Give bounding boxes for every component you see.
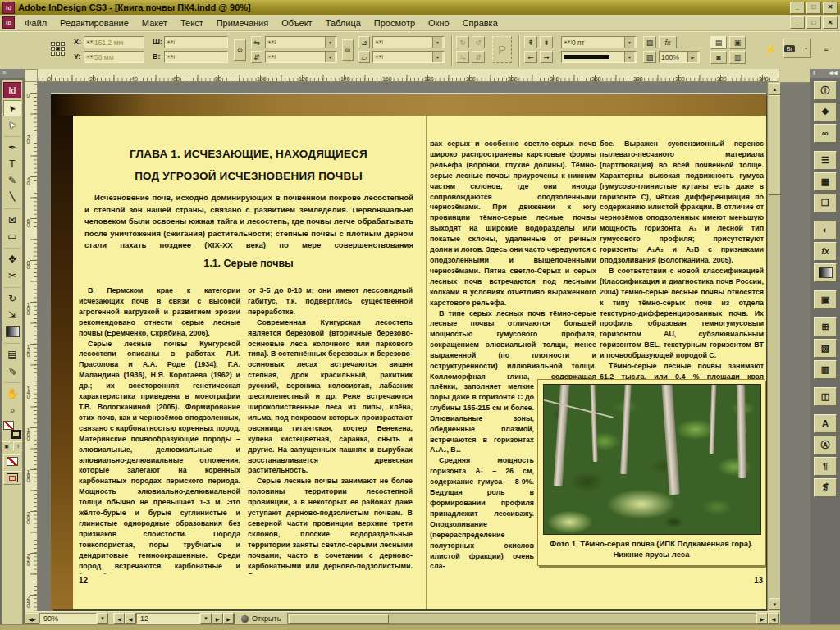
- text-wrap-panel-button[interactable]: ▣: [814, 290, 837, 309]
- direct-selection-tool[interactable]: ➤: [3, 116, 21, 133]
- effects-panel-button[interactable]: fx: [814, 242, 837, 261]
- eyedropper-tool[interactable]: ✎: [3, 363, 21, 379]
- wrap-jump-button[interactable]: ▥: [729, 51, 746, 64]
- transparency-icon[interactable]: ▨: [643, 36, 656, 48]
- apply-gradient-button[interactable]: [3, 471, 21, 485]
- hand-tool[interactable]: ✋: [3, 386, 21, 402]
- restore-button[interactable]: □: [806, 2, 821, 14]
- wrap-none-button[interactable]: ▤: [710, 36, 727, 49]
- horizontal-scrollbar[interactable]: [287, 613, 756, 624]
- select-next-button[interactable]: ⇝: [540, 51, 553, 63]
- gradient-tool[interactable]: [3, 323, 21, 340]
- doc-restore-button[interactable]: □: [806, 16, 821, 29]
- stepper-icon[interactable]: ▲▼: [375, 55, 383, 58]
- side-arrow-icon[interactable]: ▶: [687, 52, 697, 62]
- dropdown-icon[interactable]: ▼: [624, 37, 634, 48]
- stroke-panel-button[interactable]: ☰: [814, 151, 837, 170]
- width-field[interactable]: ▲▼: [164, 36, 228, 48]
- states-panel-button[interactable]: ❒: [814, 194, 837, 212]
- dropdown-icon[interactable]: ▼: [432, 37, 442, 48]
- constrain-proportions-icon[interactable]: ∞: [234, 39, 246, 61]
- dropdown-icon[interactable]: ▼: [624, 52, 634, 62]
- splitter-icon[interactable]: ◀▶: [25, 613, 39, 624]
- bridge-button[interactable]: Br ▼: [783, 39, 811, 58]
- pages-panel-button[interactable]: ◫: [814, 387, 837, 406]
- dropdown-icon[interactable]: ▼: [801, 39, 810, 57]
- layers-panel-button[interactable]: ❖: [814, 103, 837, 121]
- fill-stroke-swatches[interactable]: [2, 420, 22, 440]
- horizontal-scroll-thumb[interactable]: [289, 614, 389, 624]
- reference-point-proxy[interactable]: [51, 42, 65, 56]
- gradient-panel-button[interactable]: [814, 263, 837, 282]
- flip-vertical-icon[interactable]: ⇵: [251, 51, 262, 63]
- zoom-level-field[interactable]: 90%: [39, 613, 97, 624]
- stroke-swatch[interactable]: [11, 430, 21, 439]
- links-panel-button[interactable]: ∞: [814, 124, 837, 143]
- stepper-icon[interactable]: ▲▼: [267, 40, 276, 43]
- menu-help[interactable]: Справка: [456, 16, 504, 30]
- apply-none-button[interactable]: [3, 454, 21, 468]
- select-content-button[interactable]: ⇟: [540, 36, 553, 48]
- panel-menu-icon[interactable]: ≡: [819, 39, 833, 59]
- zoom-dropdown-icon[interactable]: ▼: [97, 613, 108, 624]
- scroll-left-icon[interactable]: ◀: [768, 613, 779, 624]
- table-panel-button[interactable]: ▥: [814, 360, 837, 379]
- doc-minimize-button[interactable]: _: [790, 16, 805, 29]
- vertical-scroll-thumb[interactable]: [769, 95, 781, 195]
- select-previous-button[interactable]: ⇜: [524, 51, 537, 63]
- vertical-ruler[interactable]: 020406080100120140160180200220240: [25, 82, 38, 611]
- dock-grip-icon[interactable]: ‖: [813, 69, 815, 78]
- first-page-button[interactable]: ◀: [113, 613, 125, 624]
- minimize-button[interactable]: _: [790, 2, 805, 14]
- paragraph-panel-button[interactable]: ¶: [814, 457, 837, 476]
- rotation-field[interactable]: ▲▼▼: [372, 36, 445, 48]
- stroke-style-dropdown[interactable]: ▼: [561, 51, 637, 63]
- page-number-field[interactable]: 12: [136, 613, 200, 624]
- dock-collapse-icon[interactable]: ◀◀: [829, 69, 838, 78]
- page-dropdown-icon[interactable]: ▼: [200, 613, 212, 624]
- line-tool[interactable]: ╲: [3, 189, 21, 205]
- flip-v-button[interactable]: ⇵: [472, 51, 485, 63]
- horizontal-ruler[interactable]: 0204060801001201401601802002202402602803…: [38, 69, 779, 82]
- selection-tool[interactable]: ➤: [3, 100, 21, 116]
- pencil-tool[interactable]: ✎: [3, 172, 21, 189]
- height-field[interactable]: ▲▼: [164, 51, 228, 63]
- menu-table[interactable]: Таблица: [319, 16, 368, 30]
- stepper-icon[interactable]: ▲▼: [375, 40, 383, 43]
- link-scale-icon[interactable]: ∞: [342, 39, 354, 61]
- select-container-button[interactable]: ⇞: [524, 36, 537, 48]
- close-button[interactable]: ✕: [823, 2, 838, 14]
- scale-y-field[interactable]: ▲▼▼: [265, 51, 337, 63]
- frame-tool[interactable]: ⊠: [3, 212, 21, 228]
- wrap-bounding-box-button[interactable]: ▣: [729, 36, 746, 49]
- rectangle-tool[interactable]: ▭: [3, 228, 21, 244]
- object-styles-panel-button[interactable]: ⊞: [814, 317, 837, 336]
- scroll-down-icon[interactable]: ▼: [769, 598, 781, 610]
- scroll-right-icon[interactable]: ▶: [756, 613, 768, 624]
- opacity-field[interactable]: 100%▶: [659, 51, 700, 63]
- menu-window[interactable]: Окно: [422, 16, 456, 30]
- dropdown-icon[interactable]: ▼: [325, 52, 335, 62]
- swatches-panel-button[interactable]: ▦: [814, 172, 837, 191]
- formatting-text-button[interactable]: T: [13, 441, 23, 450]
- stroke-weight-field[interactable]: ▲▼0 пт▼: [561, 36, 637, 48]
- menu-edit[interactable]: Редактирование: [53, 16, 135, 30]
- vertical-scrollbar[interactable]: ▲ ▼: [767, 82, 780, 611]
- notes-tool[interactable]: ▤: [3, 346, 21, 363]
- dropdown-icon[interactable]: ▼: [325, 37, 335, 48]
- stepper-icon[interactable]: ▲▼: [86, 40, 94, 43]
- menu-notes[interactable]: Примечания: [210, 16, 276, 30]
- ruler-origin-corner[interactable]: [25, 69, 38, 82]
- rotate-tool[interactable]: ↻: [3, 290, 21, 307]
- toolbox-collapse-icon[interactable]: »: [0, 69, 25, 78]
- menu-view[interactable]: Просмотр: [368, 16, 422, 30]
- wrap-object-shape-button[interactable]: ◙: [710, 51, 727, 64]
- stepper-icon[interactable]: ▲▼: [167, 55, 175, 58]
- stepper-icon[interactable]: ▲▼: [86, 55, 94, 58]
- character-panel-button[interactable]: A: [814, 414, 837, 433]
- menu-object[interactable]: Объект: [275, 16, 318, 30]
- pen-tool[interactable]: ✒: [3, 139, 21, 156]
- scale-x-field[interactable]: ▲▼▼: [265, 36, 337, 48]
- last-page-button[interactable]: ▶: [223, 613, 235, 624]
- menu-type[interactable]: Текст: [174, 16, 210, 30]
